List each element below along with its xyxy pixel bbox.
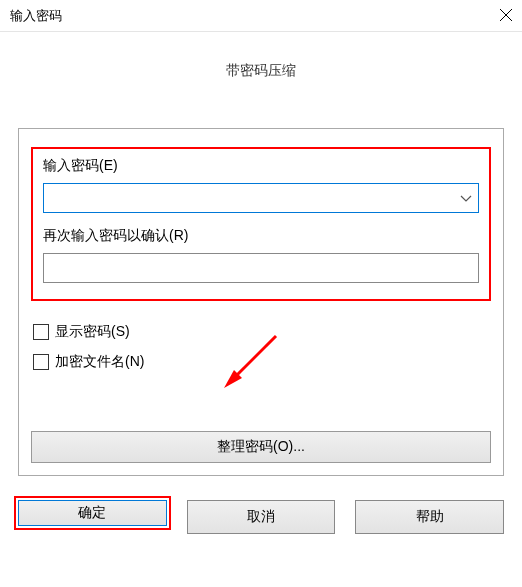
dialog-buttons: 确定 取消 帮助 <box>0 476 522 534</box>
ok-button[interactable]: 确定 <box>18 500 167 526</box>
manage-passwords-button[interactable]: 整理密码(O)... <box>31 431 491 463</box>
show-password-checkbox-row[interactable]: 显示密码(S) <box>31 323 491 341</box>
help-button[interactable]: 帮助 <box>355 500 504 534</box>
close-icon <box>500 5 512 25</box>
show-password-label: 显示密码(S) <box>55 323 130 341</box>
encrypt-filename-checkbox[interactable] <box>33 354 49 370</box>
password-fields-highlight: 输入密码(E) 再次输入密码以确认(R) <box>31 147 491 301</box>
password-frame: 输入密码(E) 再次输入密码以确认(R) 显示密码(S) 加密文件名(N) 整理… <box>18 128 504 476</box>
close-button[interactable] <box>472 5 512 26</box>
help-button-wrap: 帮助 <box>355 500 504 534</box>
reenter-password-input[interactable] <box>43 253 479 283</box>
encrypt-filename-checkbox-row[interactable]: 加密文件名(N) <box>31 353 491 371</box>
titlebar: 输入密码 <box>0 0 522 32</box>
dialog-subtitle: 带密码压缩 <box>0 32 522 128</box>
enter-password-input[interactable] <box>43 183 479 213</box>
cancel-button-wrap: 取消 <box>187 500 336 534</box>
cancel-button[interactable]: 取消 <box>187 500 336 534</box>
enter-password-label: 输入密码(E) <box>43 157 479 175</box>
chevron-down-icon <box>460 191 472 206</box>
encrypt-filename-label: 加密文件名(N) <box>55 353 144 371</box>
window-title: 输入密码 <box>10 7 62 25</box>
reenter-password-label: 再次输入密码以确认(R) <box>43 227 479 245</box>
svg-marker-3 <box>224 370 242 388</box>
ok-button-highlight: 确定 <box>14 496 171 530</box>
show-password-checkbox[interactable] <box>33 324 49 340</box>
